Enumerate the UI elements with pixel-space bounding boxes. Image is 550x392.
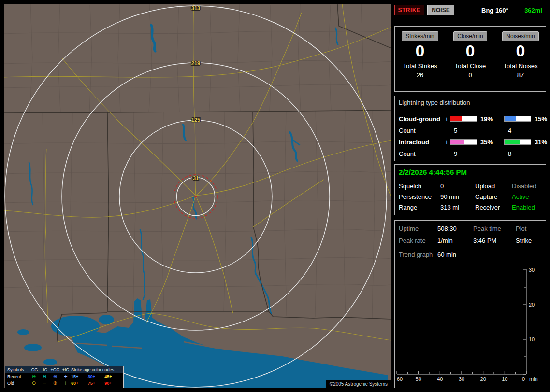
cloud-ground-row: Cloud-ground + 19% − 15% — [399, 113, 542, 125]
peak-rate-value: 1/min — [437, 237, 473, 244]
x-tick-60: 60 — [397, 376, 403, 382]
legend-col-pos-cg: +CG — [50, 367, 60, 372]
ic-plus-bar — [450, 139, 477, 145]
legend-recent-row: Recent ⊖ ⊖ ⊕ + 15+ 30+ 45+ — [5, 373, 123, 380]
intracloud-row: Intracloud + 35% − 31% — [399, 136, 542, 148]
cg-plus-percent: 19% — [478, 115, 497, 123]
toolbar: STRIKE NOISE Bng 160° 362mi — [394, 4, 546, 16]
x-tick-10: 10 — [502, 376, 507, 382]
x-tick-20: 20 — [480, 376, 486, 382]
total-noises-value: 87 — [517, 71, 524, 79]
trend-y-minor-ticks — [524, 287, 526, 357]
close-per-min-chip[interactable]: Close/min — [453, 31, 487, 41]
x-tick-50: 50 — [416, 376, 421, 382]
close-column: Close/min 0 Total Close 0 — [445, 27, 495, 91]
range-label: Range — [399, 204, 440, 211]
total-close-label: Total Close — [455, 62, 486, 70]
persistence-label: Persistence — [399, 193, 440, 200]
monitor-grid: Uptime 508:30 Peak time Plot Peak rate 1… — [399, 225, 542, 244]
minus-sign: − — [497, 115, 504, 123]
ic-plus-bar-fill — [450, 140, 464, 144]
plus-sign: + — [443, 115, 450, 123]
legend-age-header: Strike age color codes — [71, 367, 121, 372]
range-ring-label: 125 — [191, 117, 200, 123]
pos-cg-recent-icon: ⊕ — [50, 374, 60, 379]
neg-ic-old-icon: − — [39, 380, 50, 386]
age-30: 30+ — [88, 374, 105, 379]
cloud-ground-count-row: Count 5 4 — [399, 125, 542, 136]
x-axis-unit: min — [529, 376, 538, 382]
legend-col-pos-ic: +IC — [60, 367, 71, 372]
ic-plus-percent: 35% — [478, 139, 497, 146]
distribution-box: Lightning type distribution Cloud-ground… — [394, 96, 546, 161]
total-strikes-label: Total Strikes — [403, 62, 437, 70]
receiver-status: Enabled — [512, 204, 542, 211]
ic-minus-bar-fill — [505, 140, 520, 144]
strike-button[interactable]: STRIKE — [394, 5, 424, 15]
peak-time-value: 3:46 PM — [473, 237, 516, 244]
map-canvas[interactable]: 313 219 125 31 — [4, 4, 391, 388]
pos-ic-old-icon: + — [60, 380, 71, 386]
neg-cg-recent-icon: ⊖ — [29, 374, 39, 379]
clock-box: 2/2/2026 4:44:56 PM Squelch 0 Upload Dis… — [394, 164, 546, 215]
datetime-display: 2/2/2026 4:44:56 PM — [399, 168, 542, 176]
upload-label: Upload — [475, 182, 512, 190]
noise-button[interactable]: NOISE — [427, 5, 454, 15]
squelch-label: Squelch — [399, 182, 440, 190]
pos-ic-recent-icon: + — [60, 374, 71, 379]
trend-graph: 60 50 40 30 20 10 0 min 30 20 10 — [395, 265, 546, 386]
strikes-per-min-chip[interactable]: Strikes/min — [402, 31, 438, 41]
total-close-value: 0 — [468, 71, 472, 79]
y-tick-20: 20 — [529, 302, 535, 308]
bearing-value: Bng 160° — [481, 7, 508, 14]
persistence-value: 90 min — [440, 193, 475, 200]
range-ring-label: 219 — [191, 60, 200, 66]
peak-time-label: Peak time — [473, 225, 516, 232]
control-panel: STRIKE NOISE Bng 160° 362mi Strikes/min … — [394, 4, 546, 388]
cg-minus-bar-fill — [505, 116, 516, 121]
minus-sign: − — [497, 139, 504, 146]
capture-status: Active — [512, 193, 542, 200]
close-per-min-value: 0 — [466, 42, 475, 60]
ic-plus-count: 9 — [450, 150, 478, 157]
upload-status: Disabled — [512, 182, 542, 190]
ic-minus-percent: 31% — [532, 139, 550, 146]
lightning-map[interactable]: 313 219 125 31 Symbols -CG -IC +CG +IC S… — [4, 4, 391, 388]
y-tick-30: 30 — [529, 267, 535, 273]
bearing-readout: Bng 160° 362mi — [478, 5, 546, 15]
squelch-value: 0 — [440, 182, 475, 190]
neg-cg-old-icon: ⊖ — [29, 380, 39, 386]
capture-label: Capture — [475, 193, 512, 200]
strikes-column: Strikes/min 0 Total Strikes 26 — [395, 27, 445, 91]
cg-minus-percent: 15% — [532, 115, 550, 123]
plus-sign: + — [443, 139, 450, 146]
monitor-box: Uptime 508:30 Peak time Plot Peak rate 1… — [394, 220, 546, 388]
legend-old-label: Old — [7, 381, 29, 386]
strikes-per-min-value: 0 — [416, 42, 425, 60]
plot-value: Strike — [516, 237, 542, 244]
ic-minus-bar — [504, 139, 531, 145]
distance-value: 362mi — [524, 7, 542, 14]
legend-col-neg-ic: -IC — [39, 367, 50, 372]
legend-recent-label: Recent — [7, 374, 29, 379]
cg-minus-count: 4 — [504, 127, 532, 134]
noises-per-min-chip[interactable]: Noises/min — [502, 31, 538, 41]
noises-column: Noises/min 0 Total Noises 87 — [495, 27, 546, 91]
copyright-text: ©2005 Astrogenic Systems — [326, 380, 391, 388]
legend-header-row: Symbols -CG -IC +CG +IC Strike age color… — [5, 366, 123, 373]
y-tick-10: 10 — [529, 336, 535, 342]
x-tick-30: 30 — [459, 376, 464, 382]
x-tick-40: 40 — [437, 376, 443, 382]
range-ring-label: 313 — [191, 5, 200, 11]
legend-symbols-header: Symbols — [7, 367, 29, 372]
count-label: Count — [399, 150, 443, 157]
receiver-marker — [195, 196, 197, 197]
plot-label: Plot — [516, 225, 542, 232]
cg-plus-bar-fill — [450, 116, 462, 121]
age-75: 75+ — [88, 381, 105, 386]
pos-cg-old-icon: ⊕ — [50, 380, 60, 386]
trend-graph-label: Trend graph — [399, 251, 437, 258]
legend-col-neg-cg: -CG — [29, 367, 39, 372]
count-label: Count — [399, 127, 443, 134]
intracloud-label: Intracloud — [399, 139, 443, 146]
